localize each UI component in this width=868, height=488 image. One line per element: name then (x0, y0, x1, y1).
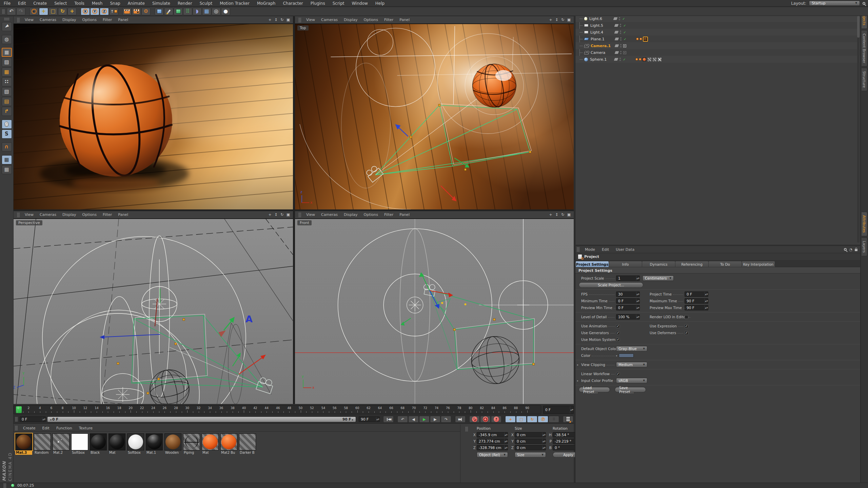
use-animation-checkbox[interactable] (616, 324, 620, 328)
attribute-menu-edit[interactable]: Edit (598, 247, 612, 252)
stepper-arrows-icon[interactable]: ▲▼ (705, 299, 708, 303)
stepper-arrows-icon[interactable]: ▲▼ (705, 292, 708, 297)
size-x-field[interactable]: 0 cm▲▼ (515, 432, 546, 438)
next-frame-button[interactable]: ▶ (430, 416, 440, 423)
viewport4-grip[interactable] (298, 212, 301, 217)
object-row-light-5[interactable]: Light.5✓ (575, 22, 860, 29)
object-toggles[interactable]: ✓ (614, 17, 631, 21)
position-mode-dropdown[interactable]: Object (Rel)▼ (477, 452, 508, 458)
viewport-menu-panel[interactable]: Panel (396, 18, 413, 22)
search-icon[interactable] (863, 2, 865, 5)
object-row-camera-1[interactable]: Camera.1 (575, 42, 860, 49)
level-of-detail-field[interactable]: 100 %▲▼ (616, 314, 640, 320)
material-swatch-icon[interactable] (183, 433, 200, 450)
viewport-menu-cameras[interactable]: Cameras (37, 18, 59, 22)
menubar-item-character[interactable]: Character (279, 1, 307, 6)
open-timeline-button[interactable] (563, 416, 573, 423)
visibility-dots-icon[interactable] (620, 37, 622, 41)
undo-icon[interactable]: ↶ (7, 8, 16, 15)
render-to-picture-viewer-icon[interactable] (132, 8, 141, 15)
material-swatch-icon[interactable] (164, 433, 181, 450)
previous-frame-button[interactable]: ◀ (408, 416, 419, 423)
material-mat-1[interactable]: Mat.1 (146, 433, 163, 455)
viewport-menu-view[interactable]: View (22, 212, 37, 217)
keyframe-parameter-button[interactable]: Ⓟ (538, 416, 548, 423)
dot-tag-icon[interactable] (635, 58, 638, 61)
rotate-view-icon[interactable]: ↻ (560, 212, 566, 217)
rotate-tool-icon[interactable]: ↻ (58, 8, 67, 15)
layout-dropdown[interactable]: Startup ▼ (809, 1, 860, 6)
visibility-dots-icon[interactable] (620, 51, 622, 54)
size-z-field[interactable]: 0 cm▲▼ (515, 445, 546, 450)
stripe-tag-icon[interactable] (647, 57, 652, 62)
timeline-ruler[interactable]: 0246810121416182022242628303234363840424… (14, 405, 541, 414)
redo-icon[interactable]: ↷ (16, 8, 25, 15)
linear-workflow-checkbox[interactable] (616, 372, 620, 376)
material-mat[interactable]: Mat (202, 433, 219, 455)
pan-view-icon[interactable]: + (548, 18, 553, 22)
position-y-field[interactable]: 273.774 cm▲▼ (477, 439, 508, 444)
menubar-item-render[interactable]: Render (174, 1, 196, 6)
material-menu-create[interactable]: Create (20, 426, 39, 430)
viewport-menu-cameras[interactable]: Cameras (318, 212, 341, 217)
viewport3-grip[interactable] (17, 212, 20, 217)
record-options-button[interactable]: ? (491, 416, 501, 423)
stepper-arrows-icon[interactable]: ▲▼ (542, 439, 546, 444)
add-environment-icon[interactable]: ▦ (202, 8, 211, 15)
material-swatch-icon[interactable] (239, 433, 256, 450)
tab-to-do[interactable]: To Do (709, 261, 742, 267)
viewport-menu-filter[interactable]: Filter (381, 18, 396, 22)
viewport-menu-options[interactable]: Options (361, 212, 381, 217)
material-menu-texture[interactable]: Texture (76, 426, 96, 430)
layer-chip-icon[interactable] (615, 44, 619, 47)
coordinate-system-icon[interactable]: ↑ (109, 8, 118, 15)
material-swatch-icon[interactable] (127, 433, 144, 450)
stepper-arrows-icon[interactable]: ▲▼ (636, 314, 639, 319)
tex-wood-selected-tag-icon[interactable] (643, 37, 648, 42)
visibility-dots-icon[interactable] (620, 30, 621, 34)
planar-workplane-icon[interactable]: ▦ (2, 165, 12, 174)
previous-key-button[interactable]: ↶ (397, 416, 408, 423)
add-light-icon[interactable]: ● (221, 8, 230, 15)
material-swatch-icon[interactable] (71, 433, 88, 450)
dot-tag-icon[interactable] (639, 38, 642, 40)
maximize-view-icon[interactable]: ▣ (285, 212, 291, 217)
menubar-item-edit[interactable]: Edit (14, 1, 29, 6)
menubar-item-create[interactable]: Create (29, 1, 51, 6)
attribute-menu-mode[interactable]: Mode (581, 247, 598, 252)
tab-referencing[interactable]: Referencing (675, 261, 708, 267)
viewport-menu-filter[interactable]: Filter (100, 212, 115, 217)
default-object-color-dropdown[interactable]: Gray–Blue▼ (616, 346, 647, 351)
viewport-menu-view[interactable]: View (303, 212, 318, 217)
viewport-menu-view[interactable]: View (22, 18, 37, 22)
timeline-scrubber[interactable]: ◂ 0 F 90 F ▸ (47, 416, 356, 422)
keyframe-pla-button[interactable]: ⠿ (549, 416, 559, 423)
use-deformers-checkbox[interactable] (685, 331, 688, 335)
side-tab-attributes[interactable]: Attributes (862, 212, 867, 236)
object-row-sphere-1[interactable]: Sphere.1✓ (575, 56, 860, 63)
pan-view-icon[interactable]: + (267, 18, 273, 22)
play-forwards-button[interactable]: ▶ (419, 416, 430, 423)
viewport1-grip[interactable] (17, 18, 20, 22)
size-mode-dropdown[interactable]: Size▼ (515, 452, 546, 458)
viewport-menu-panel[interactable]: Panel (115, 212, 131, 217)
save-preset-button[interactable]: Save Preset... (615, 387, 646, 392)
tex-ball-tag-icon[interactable] (642, 57, 647, 62)
add-mograph-cloner-icon[interactable]: ⠿ (183, 8, 192, 15)
coordinate-manager-grip[interactable] (465, 427, 468, 431)
select-pointer-icon[interactable]: ► (2, 22, 12, 31)
menubar-item-snap[interactable]: Snap (106, 1, 124, 6)
object-axis-mode-icon[interactable]: ↱ (2, 107, 12, 116)
material-piping[interactable]: Piping (183, 433, 201, 455)
menubar-item-motion-tracker[interactable]: Motion Tracker (216, 1, 253, 6)
layer-chip-icon[interactable] (614, 31, 619, 34)
fps-field[interactable]: 30▲▼ (616, 291, 640, 297)
render-lod-in-editor-checkbox[interactable] (685, 315, 688, 319)
object-toggles[interactable]: ✓ (615, 37, 633, 41)
workplane-mode-icon[interactable]: ▦ (2, 67, 12, 77)
material-softbox[interactable]: Softbox (71, 433, 89, 455)
keyframe-position-button[interactable]: + (505, 416, 516, 423)
menubar-item-help[interactable]: Help (372, 1, 388, 6)
material-mat-2[interactable]: Mat.2 (53, 433, 70, 455)
material-mat[interactable]: Mat (108, 433, 126, 455)
